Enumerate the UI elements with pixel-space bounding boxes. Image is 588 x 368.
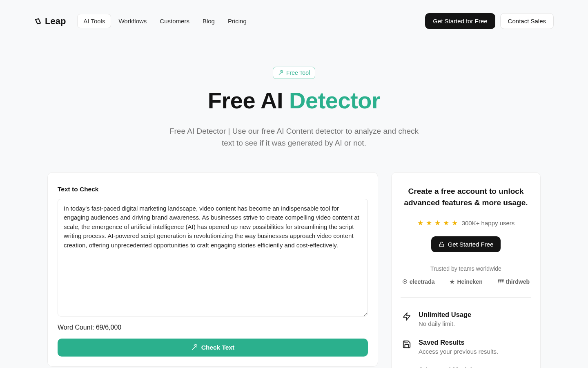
check-text-button[interactable]: Check Text <box>58 339 368 357</box>
signup-card: Create a free account to unlock advanced… <box>391 172 541 368</box>
feature-models: Advanced Models <box>401 363 531 368</box>
brand-thirdweb: thirdweb <box>498 278 530 285</box>
wand-icon <box>191 344 198 351</box>
word-count: Word Count: 69/6,000 <box>58 324 368 331</box>
text-input[interactable] <box>58 199 368 316</box>
get-started-free-button[interactable]: Get Started Free <box>431 236 501 252</box>
nav-workflows[interactable]: Workflows <box>113 14 152 28</box>
get-started-button[interactable]: Get Started for Free <box>425 13 495 29</box>
badge-label: Free Tool <box>286 70 310 76</box>
rating-row: ★ ★ ★ ★ ★ 300K+ happy users <box>401 219 531 227</box>
header-left: Leap AI Tools Workflows Customers Blog P… <box>34 14 252 28</box>
nav-customers[interactable]: Customers <box>154 14 195 28</box>
star-icon: ★ <box>443 219 449 227</box>
nav: AI Tools Workflows Customers Blog Pricin… <box>77 14 252 28</box>
lock-icon <box>439 241 445 247</box>
nav-blog[interactable]: Blog <box>197 14 220 28</box>
divider <box>401 297 531 298</box>
nav-pricing[interactable]: Pricing <box>222 14 252 28</box>
contact-sales-button[interactable]: Contact Sales <box>500 13 554 29</box>
star-icon: ★ <box>426 219 432 227</box>
svg-rect-0 <box>439 244 443 247</box>
page-title: Free AI Detector <box>0 87 588 114</box>
signup-title: Create a free account to unlock advanced… <box>401 186 531 209</box>
star-icon: ★ <box>417 219 423 227</box>
star-icon: ★ <box>452 219 458 227</box>
feature-title: Saved Results <box>419 339 498 346</box>
brand-electrada: electrada <box>402 278 434 285</box>
detector-card: Text to Check Word Count: 69/6,000 Check… <box>47 172 378 367</box>
feature-desc: No daily limit. <box>419 320 471 327</box>
header-right: Get Started for Free Contact Sales <box>425 13 554 29</box>
trusted-label: Trusted by teams worldwide <box>401 265 531 272</box>
feature-unlimited: Unlimited Usage No daily limit. <box>401 307 531 335</box>
nav-ai-tools[interactable]: AI Tools <box>77 14 111 28</box>
hero: Free Tool Free AI Detector Free AI Detec… <box>0 42 588 149</box>
check-text-label: Check Text <box>201 344 235 351</box>
users-count: 300K+ happy users <box>462 220 515 227</box>
brand-heineken: ★ Heineken <box>450 278 482 285</box>
feature-saved: Saved Results Access your previous resul… <box>401 335 531 363</box>
svg-marker-2 <box>403 313 410 320</box>
wand-icon <box>278 70 284 76</box>
feature-title: Advanced Models <box>419 366 476 368</box>
bolt-icon <box>402 312 411 321</box>
logo[interactable]: Leap <box>34 16 66 27</box>
header: Leap AI Tools Workflows Customers Blog P… <box>0 0 588 42</box>
logo-icon <box>34 18 42 25</box>
feature-title: Unlimited Usage <box>419 311 471 319</box>
star-icon: ★ <box>450 278 455 285</box>
save-icon <box>402 340 411 349</box>
free-tool-badge: Free Tool <box>273 67 315 79</box>
brand-name: Leap <box>45 16 66 27</box>
cta-label: Get Started Free <box>448 241 494 248</box>
page-subtitle: Free AI Detector | Use our free AI Conte… <box>163 125 425 149</box>
feature-desc: Access your previous results. <box>419 348 498 355</box>
star-icon: ★ <box>434 219 441 227</box>
content: Text to Check Word Count: 69/6,000 Check… <box>0 149 588 368</box>
stars: ★ ★ ★ ★ ★ <box>417 219 458 227</box>
brand-logos: electrada ★ Heineken thirdweb <box>401 278 531 285</box>
text-to-check-label: Text to Check <box>58 186 368 193</box>
